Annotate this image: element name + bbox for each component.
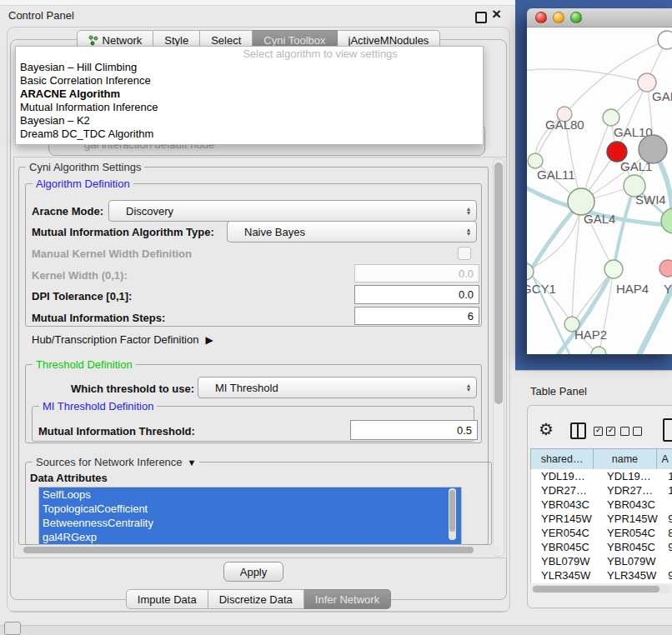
table-column-header[interactable]: shared… xyxy=(531,449,594,469)
hub-definition-expander[interactable]: Hub/Transcription Factor Definition ▶ xyxy=(32,333,213,346)
table-row[interactable]: YPR145WYPR145W9. xyxy=(531,512,672,526)
aracne-mode-select[interactable]: Discovery ▴▾ xyxy=(108,200,477,222)
table-column-header[interactable]: A xyxy=(657,449,672,469)
network-svg: GALGAL80GAL10GAL1SWI4GAL11GAL4GCY1HAP4YH… xyxy=(527,28,672,354)
table-cell: YLR345W xyxy=(599,568,664,582)
manual-kernel-checkbox[interactable] xyxy=(458,247,471,260)
hub-definition-label: Hub/Transcription Factor Definition xyxy=(32,333,198,346)
attributes-list-scrollbar-thumb[interactable] xyxy=(449,490,455,532)
attribute-list-item[interactable]: BetweennessCentrality xyxy=(39,516,461,530)
threshold-definition-title: Threshold Definition xyxy=(33,358,136,371)
settings-vertical-scrollbar-thumb[interactable] xyxy=(494,162,503,404)
checked-box-icon: ✓ xyxy=(606,427,615,436)
sources-group-header[interactable]: Sources for Network Inference ▼ xyxy=(33,456,199,468)
tab-label: Infer Network xyxy=(315,593,379,606)
table-cell: 9. xyxy=(664,512,672,526)
deselect-all-icon[interactable] xyxy=(620,427,642,436)
table-row[interactable]: YDL19…YDL19…13 xyxy=(531,469,672,483)
tab-label: Network xyxy=(103,34,143,47)
network-node-gal10[interactable] xyxy=(603,109,619,126)
network-node[interactable] xyxy=(639,135,667,163)
table-cell: YPR145W xyxy=(531,512,599,526)
table-row[interactable]: YIL052CYIL052C9 xyxy=(531,582,672,583)
kernel-width-field[interactable]: 0.0 xyxy=(354,264,479,282)
network-node-label: GAL80 xyxy=(545,118,584,132)
table-row[interactable]: YBL079WYBL079W xyxy=(531,554,672,568)
network-edge[interactable] xyxy=(614,186,634,269)
mi-threshold-group-title: MI Threshold Definition xyxy=(39,400,157,412)
collapsed-panel-icon[interactable] xyxy=(4,622,21,635)
network-node-gal11[interactable] xyxy=(528,153,543,168)
network-node-hap4[interactable] xyxy=(604,260,623,278)
network-edge[interactable] xyxy=(572,269,614,324)
network-icon xyxy=(88,35,98,46)
table-row[interactable]: YBR045CYBR045C9. xyxy=(531,540,672,554)
new-table-icon[interactable] xyxy=(663,418,672,442)
column-view-icon[interactable] xyxy=(570,422,586,439)
close-panel-icon[interactable]: × xyxy=(492,6,501,22)
tab-label: Select xyxy=(211,34,241,47)
network-node[interactable] xyxy=(658,31,672,49)
network-canvas[interactable]: GALGAL80GAL10GAL1SWI4GAL11GAL4GCY1HAP4YH… xyxy=(527,28,672,354)
table-cell: YIL052C xyxy=(531,582,599,583)
attribute-list-item[interactable]: TopologicalCoefficient xyxy=(39,502,461,516)
stepper-arrows-icon: ▴▾ xyxy=(467,228,470,236)
close-window-icon[interactable] xyxy=(535,12,547,23)
network-window-titlebar[interactable] xyxy=(527,8,672,28)
table-header-row[interactable]: shared…nameA xyxy=(530,448,672,470)
tab-infer-network[interactable]: Infer Network xyxy=(304,589,391,609)
table-cell: YPR145W xyxy=(599,512,664,526)
table-cell: YDL19… xyxy=(531,469,599,483)
algorithm-option[interactable]: Mutual Information Inference xyxy=(16,101,483,114)
dpi-tolerance-label: DPI Tolerance [0,1]: xyxy=(32,290,132,302)
apply-button[interactable]: Apply xyxy=(223,562,283,582)
aracne-mode-label: Aracne Mode: xyxy=(32,205,103,218)
unchecked-box-icon xyxy=(620,427,629,436)
algorithm-option[interactable]: Basic Correlation Inference xyxy=(16,74,483,88)
network-edge[interactable] xyxy=(527,69,647,82)
table-cell: YBR045C xyxy=(531,540,599,554)
tab-label: jActiveMNodules xyxy=(349,34,429,47)
table-cell: YBR043C xyxy=(531,498,599,512)
attribute-list-item[interactable]: gal4RGexp xyxy=(39,530,461,544)
table-panel-title: Table Panel xyxy=(530,385,587,398)
table-cell: YDL19… xyxy=(599,469,664,483)
network-node-y[interactable] xyxy=(659,260,672,277)
algorithm-option[interactable]: ARACNE Algorithm xyxy=(16,88,483,101)
tab-label: Discretize Data xyxy=(219,593,293,606)
settings-horizontal-scrollbar-thumb[interactable] xyxy=(23,547,474,553)
minimize-window-icon[interactable] xyxy=(553,12,564,23)
algorithm-option[interactable]: Dream8 DC_TDC Algorithm xyxy=(16,128,483,141)
mi-type-select[interactable]: Naive Bayes ▴▾ xyxy=(227,221,477,242)
mi-type-label: Mutual Information Algorithm Type: xyxy=(32,226,214,238)
table-column-header[interactable]: name xyxy=(594,449,656,469)
table-row[interactable]: YDR27…YDR27…12 xyxy=(531,483,672,498)
network-view-window[interactable]: GALGAL80GAL10GAL1SWI4GAL11GAL4GCY1HAP4YH… xyxy=(527,8,672,354)
network-node-label: GAL4 xyxy=(584,212,615,226)
gear-icon[interactable]: ⚙ xyxy=(539,420,554,438)
manual-kernel-label: Manual Kernel Width Definition xyxy=(32,248,192,260)
table-horizontal-scrollbar-thumb[interactable] xyxy=(533,586,659,592)
algorithm-option[interactable]: Bayesian – K2 xyxy=(16,114,483,128)
network-edge[interactable] xyxy=(572,202,581,324)
mi-steps-label: Mutual Information Steps: xyxy=(32,312,165,324)
mi-threshold-field[interactable]: 0.5 xyxy=(350,420,478,440)
tab-impute-data[interactable]: Impute Data xyxy=(126,589,208,609)
network-node[interactable] xyxy=(591,347,606,354)
mi-steps-field[interactable]: 6 xyxy=(354,307,479,325)
tab-discretize-data[interactable]: Discretize Data xyxy=(208,589,304,609)
dpi-tolerance-field[interactable]: 0.0 xyxy=(354,285,479,304)
zoom-window-icon[interactable] xyxy=(570,12,582,23)
which-threshold-select[interactable]: MI Threshold ▴▾ xyxy=(198,377,477,398)
select-all-icon[interactable]: ✓ ✓ xyxy=(594,427,615,436)
data-attributes-label: Data Attributes xyxy=(30,472,108,484)
table-cell: YER054C xyxy=(599,526,664,540)
table-row[interactable]: YER054CYER054C8. xyxy=(531,526,672,540)
algorithm-option[interactable]: Bayesian – Hill Climbing xyxy=(16,61,483,74)
table-row[interactable]: YBR043CYBR043C xyxy=(531,498,672,512)
float-panel-icon[interactable] xyxy=(475,12,487,23)
algorithm-definition-title: Algorithm Definition xyxy=(33,178,133,190)
tab-label: Style xyxy=(164,34,188,47)
attribute-list-item[interactable]: SelfLoops xyxy=(39,488,461,502)
table-row[interactable]: YLR345WYLR345W9. xyxy=(531,568,672,582)
